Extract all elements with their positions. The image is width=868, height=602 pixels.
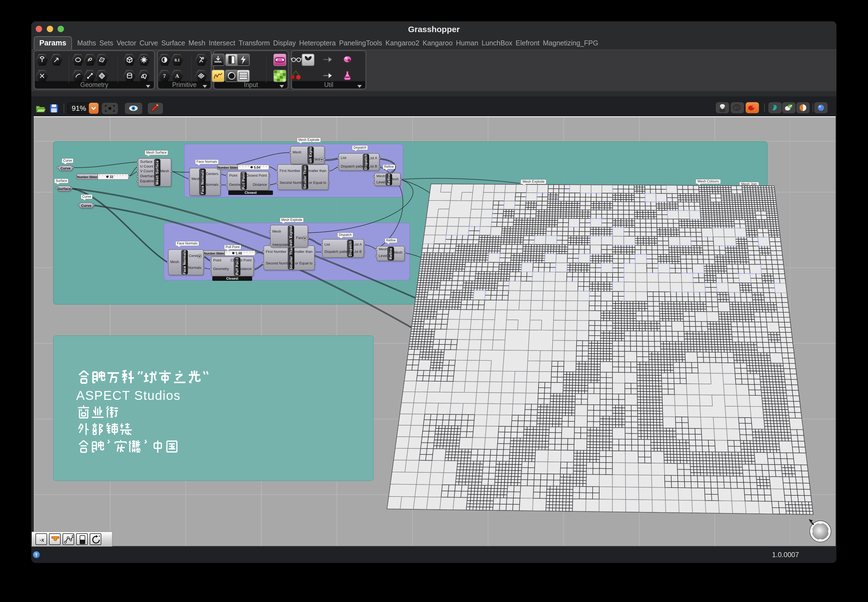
svg-text:0.1: 0.1	[175, 58, 180, 62]
svg-text:7: 7	[163, 73, 166, 79]
svg-text:A: A	[175, 73, 179, 79]
svg-text:-x: -x	[40, 537, 44, 543]
